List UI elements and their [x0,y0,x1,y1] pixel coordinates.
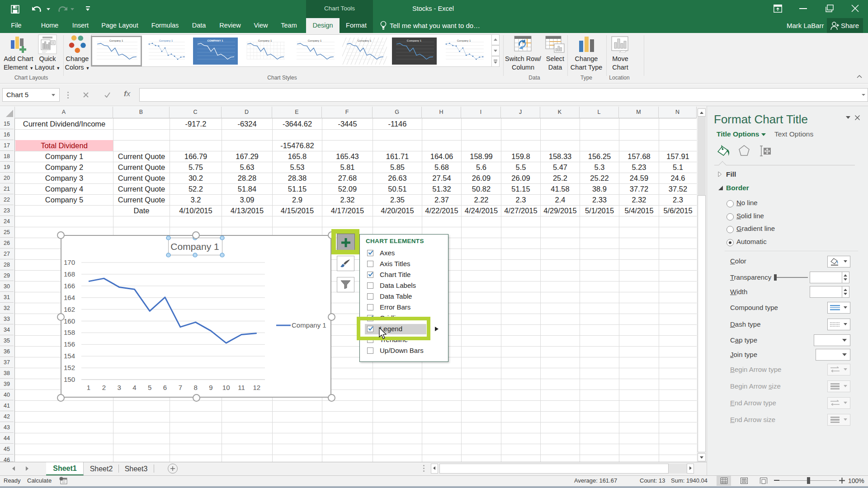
svg-text:162: 162 [64,305,75,313]
svg-text:152: 152 [64,364,75,371]
svg-text:12: 12 [253,384,260,391]
svg-text:Company 1: Company 1 [159,39,173,42]
svg-text:166: 166 [64,282,75,290]
svg-text:170: 170 [64,258,75,266]
svg-text:6: 6 [163,384,167,391]
svg-text:7: 7 [179,384,182,391]
svg-text:164: 164 [64,294,75,301]
svg-text:168: 168 [64,270,75,278]
svg-text:10: 10 [222,384,230,391]
svg-text:160: 160 [64,317,75,325]
svg-text:156: 156 [64,340,75,348]
svg-text:154: 154 [64,352,75,360]
svg-text:9: 9 [209,384,212,391]
svg-text:Company 1: Company 1 [258,39,272,42]
svg-text:4: 4 [132,384,136,391]
svg-text:11: 11 [238,384,245,391]
svg-text:3: 3 [117,384,121,391]
svg-text:Company 1: Company 1 [170,241,219,252]
svg-text:8: 8 [193,384,197,391]
svg-text:Company 1: Company 1 [358,39,372,42]
svg-text:Company 1: Company 1 [308,39,322,42]
svg-text:COMPANY 1: COMPANY 1 [207,39,223,42]
svg-text:5: 5 [148,384,151,391]
svg-text:Company 1: Company 1 [457,39,471,42]
svg-text:158: 158 [64,328,75,336]
svg-text:Company 1: Company 1 [407,39,422,42]
svg-text:Company 1: Company 1 [292,321,326,329]
svg-text:1: 1 [87,384,90,391]
svg-text:150: 150 [64,375,75,383]
svg-text:2: 2 [102,384,106,391]
